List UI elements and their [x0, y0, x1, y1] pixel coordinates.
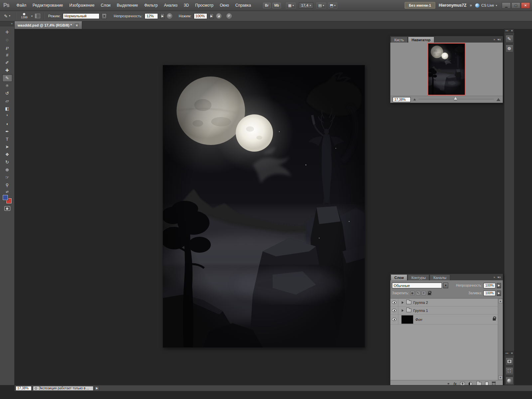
navigator-zoom-slider[interactable]: [419, 99, 494, 100]
lasso-tool[interactable]: ℘: [2, 44, 12, 51]
brush-tool[interactable]: ✎: [2, 74, 12, 82]
status-menu-button[interactable]: ▶: [95, 386, 99, 391]
tab-close-icon[interactable]: ×: [75, 23, 79, 27]
visibility-cell[interactable]: [390, 315, 398, 324]
scroll-up-icon[interactable]: ▲: [498, 299, 503, 303]
airbrush-toggle-icon[interactable]: ◢: [216, 13, 221, 19]
pen-tool[interactable]: ✒: [2, 128, 12, 135]
move-tool[interactable]: ✛: [2, 28, 12, 36]
panel-menu-icon[interactable]: ▾≡: [497, 38, 501, 41]
toolbox-collapse-button[interactable]: »: [0, 21, 14, 26]
tablet-pressure-size-icon[interactable]: ✐: [226, 13, 232, 19]
layer-blend-mode-select[interactable]: Обычные: [392, 283, 442, 288]
tool-preset-picker[interactable]: ✎ ▾: [3, 14, 12, 19]
navigator-zoom-input[interactable]: 17,38%: [393, 97, 411, 102]
document-switcher-button[interactable]: Без имени-1: [405, 2, 436, 9]
workspace-name[interactable]: Hieronymus7Z: [439, 3, 466, 8]
document-tab[interactable]: wasddd.psd @ 17,4% (RGB/8) * ×: [15, 21, 82, 29]
eraser-tool[interactable]: ▱: [2, 97, 12, 105]
menu-filter[interactable]: Фильтр: [141, 1, 161, 9]
masks-panel-icon[interactable]: [505, 357, 513, 365]
swap-colors-icon[interactable]: ⇄: [6, 190, 8, 194]
3d-panel-icon[interactable]: ⛶: [505, 367, 513, 375]
expand-triangle-icon[interactable]: [402, 301, 404, 304]
zoom-level-dropdown[interactable]: 17,4 ▾: [299, 2, 313, 8]
dock-expand-icon[interactable]: ««: [505, 29, 508, 32]
minimize-button[interactable]: ▁: [502, 2, 511, 9]
flow-input[interactable]: 100%: [194, 13, 207, 19]
launch-bridge-button[interactable]: Br: [263, 3, 271, 8]
quick-mask-button[interactable]: [4, 206, 10, 211]
menu-window[interactable]: Окно: [217, 1, 232, 9]
navigator-view-box[interactable]: [428, 43, 466, 95]
visibility-cell[interactable]: [390, 307, 398, 314]
flow-slider-button[interactable]: ▶: [209, 13, 214, 19]
dock-close-icon[interactable]: ✕: [511, 352, 513, 355]
zoom-in-icon[interactable]: [496, 98, 500, 101]
lock-all-icon[interactable]: [427, 291, 432, 295]
layer-name[interactable]: Фон: [415, 318, 422, 322]
menu-select[interactable]: Выделение: [114, 1, 141, 9]
materials-panel-icon[interactable]: [505, 377, 513, 385]
menu-image[interactable]: Изображение: [66, 1, 98, 9]
lock-pixels-icon[interactable]: ✎: [416, 291, 420, 295]
opacity-slider-button[interactable]: ▶: [160, 13, 165, 19]
canvas-document[interactable]: [163, 65, 365, 347]
zoom-slider-thumb[interactable]: [454, 97, 457, 100]
menu-help[interactable]: Справка: [232, 1, 254, 9]
brush-preset-picker[interactable]: 1399: [20, 13, 29, 19]
3d-orbit-tool[interactable]: ⊕: [2, 166, 12, 174]
history-brush-tool[interactable]: ↺: [2, 89, 12, 97]
layer-name[interactable]: Группа 1: [413, 309, 428, 313]
layers-scrollbar[interactable]: ▲ ▼: [498, 299, 503, 380]
menu-view[interactable]: Просмотр: [192, 1, 216, 9]
spot-healing-brush-tool[interactable]: ✚: [2, 66, 12, 74]
3d-rotate-tool[interactable]: ↻: [2, 158, 12, 166]
launch-mini-bridge-button[interactable]: Mb: [272, 3, 281, 8]
workspace-overflow-icon[interactable]: »: [470, 3, 472, 8]
expand-triangle-icon[interactable]: [402, 309, 404, 312]
menu-file[interactable]: Файл: [14, 1, 30, 9]
blur-tool[interactable]: ❜: [2, 112, 12, 120]
panel-collapse-icon[interactable]: »: [493, 38, 495, 41]
blend-mode-select[interactable]: Нормальный: [63, 13, 99, 19]
path-selection-tool[interactable]: ➤: [2, 143, 12, 151]
tab-navigator[interactable]: Навигатор: [408, 37, 434, 43]
gradient-tool[interactable]: ◧: [2, 105, 12, 112]
menu-3d[interactable]: 3D: [181, 1, 192, 9]
brush-panel-icon[interactable]: ✎: [505, 35, 513, 43]
opacity-input[interactable]: 12%: [145, 13, 158, 19]
screen-mode-button[interactable]: ⬒ ▾: [328, 2, 337, 9]
layer-row-background[interactable]: Фон: [390, 315, 498, 325]
lock-position-icon[interactable]: ✛: [422, 291, 426, 295]
toggle-brush-panel-button[interactable]: [35, 14, 40, 18]
zoom-out-icon[interactable]: [413, 98, 416, 100]
visibility-cell[interactable]: [390, 299, 398, 306]
layer-opacity-slider-button[interactable]: ▶: [497, 283, 501, 288]
restore-button[interactable]: ▢: [511, 2, 520, 9]
layer-row-group2[interactable]: Группа 2: [390, 299, 498, 307]
layer-row-group1[interactable]: Группа 1: [390, 307, 498, 315]
status-zoom-input[interactable]: 17,38%: [16, 386, 32, 391]
type-tool[interactable]: T: [2, 135, 12, 143]
cs-live-button[interactable]: CS Live ▾: [475, 3, 497, 8]
menu-layers[interactable]: Слои: [98, 1, 113, 9]
layer-opacity-input[interactable]: 100%: [483, 283, 495, 288]
crop-tool[interactable]: #: [2, 51, 12, 59]
clone-stamp-tool[interactable]: ⍟: [2, 82, 12, 89]
tab-brush[interactable]: Кисть: [391, 37, 408, 43]
layer-fill-input[interactable]: 100%: [483, 291, 495, 296]
menu-analysis[interactable]: Анализ: [161, 1, 181, 9]
layer-fill-slider-button[interactable]: ▶: [497, 291, 501, 296]
tab-layers[interactable]: Слои: [391, 274, 407, 280]
blend-mode-dropdown-button[interactable]: ▼: [102, 13, 107, 19]
panel-collapse-icon[interactable]: »: [493, 276, 495, 279]
zoom-tool[interactable]: ⚲: [2, 181, 12, 189]
dock-close-icon[interactable]: ✕: [511, 29, 513, 32]
tab-channels[interactable]: Каналы: [430, 274, 450, 280]
custom-shape-tool[interactable]: ❖: [2, 151, 12, 158]
view-extras-button[interactable]: ▤ ▾: [316, 2, 326, 9]
elliptical-marquee-tool[interactable]: ◌: [2, 36, 12, 44]
adjustments-panel-icon[interactable]: ☸: [505, 45, 513, 53]
lock-transparency-icon[interactable]: ▦: [410, 291, 415, 295]
